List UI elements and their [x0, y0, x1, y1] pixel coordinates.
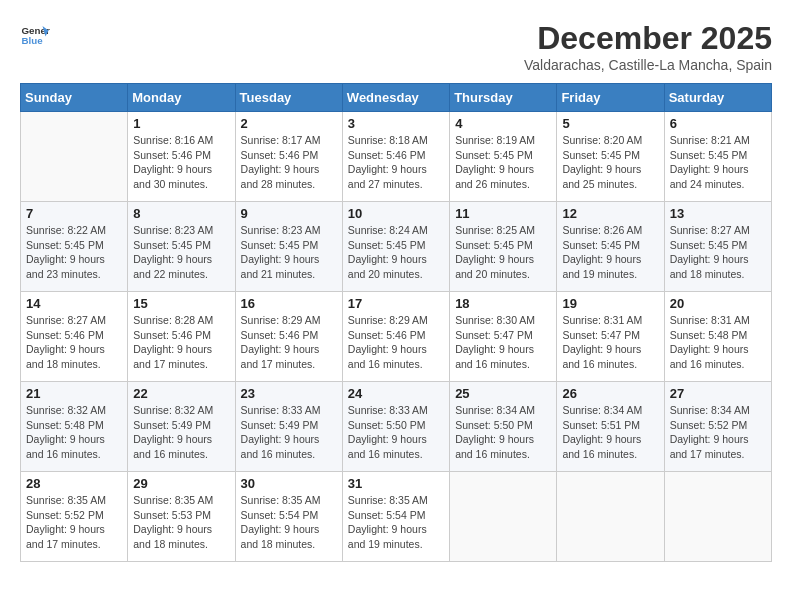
day-info: Sunrise: 8:34 AM Sunset: 5:50 PM Dayligh… — [455, 403, 551, 462]
day-number: 31 — [348, 476, 444, 491]
calendar-cell: 12Sunrise: 8:26 AM Sunset: 5:45 PM Dayli… — [557, 202, 664, 292]
calendar-cell — [450, 472, 557, 562]
calendar-cell: 29Sunrise: 8:35 AM Sunset: 5:53 PM Dayli… — [128, 472, 235, 562]
calendar-cell: 18Sunrise: 8:30 AM Sunset: 5:47 PM Dayli… — [450, 292, 557, 382]
calendar-cell: 14Sunrise: 8:27 AM Sunset: 5:46 PM Dayli… — [21, 292, 128, 382]
day-info: Sunrise: 8:23 AM Sunset: 5:45 PM Dayligh… — [241, 223, 337, 282]
day-number: 6 — [670, 116, 766, 131]
calendar-cell: 11Sunrise: 8:25 AM Sunset: 5:45 PM Dayli… — [450, 202, 557, 292]
logo: General Blue — [20, 20, 50, 50]
day-info: Sunrise: 8:18 AM Sunset: 5:46 PM Dayligh… — [348, 133, 444, 192]
calendar-week-row: 7Sunrise: 8:22 AM Sunset: 5:45 PM Daylig… — [21, 202, 772, 292]
calendar-cell: 1Sunrise: 8:16 AM Sunset: 5:46 PM Daylig… — [128, 112, 235, 202]
day-info: Sunrise: 8:32 AM Sunset: 5:49 PM Dayligh… — [133, 403, 229, 462]
header-row: SundayMondayTuesdayWednesdayThursdayFrid… — [21, 84, 772, 112]
header-day: Thursday — [450, 84, 557, 112]
day-info: Sunrise: 8:29 AM Sunset: 5:46 PM Dayligh… — [348, 313, 444, 372]
header: General Blue December 2025 Valdarachas, … — [20, 20, 772, 73]
calendar-cell: 21Sunrise: 8:32 AM Sunset: 5:48 PM Dayli… — [21, 382, 128, 472]
calendar-cell: 25Sunrise: 8:34 AM Sunset: 5:50 PM Dayli… — [450, 382, 557, 472]
day-info: Sunrise: 8:30 AM Sunset: 5:47 PM Dayligh… — [455, 313, 551, 372]
calendar-cell: 9Sunrise: 8:23 AM Sunset: 5:45 PM Daylig… — [235, 202, 342, 292]
day-info: Sunrise: 8:32 AM Sunset: 5:48 PM Dayligh… — [26, 403, 122, 462]
title-section: December 2025 Valdarachas, Castille-La M… — [524, 20, 772, 73]
day-number: 22 — [133, 386, 229, 401]
calendar-cell: 30Sunrise: 8:35 AM Sunset: 5:54 PM Dayli… — [235, 472, 342, 562]
day-number: 30 — [241, 476, 337, 491]
day-number: 12 — [562, 206, 658, 221]
subtitle: Valdarachas, Castille-La Mancha, Spain — [524, 57, 772, 73]
day-info: Sunrise: 8:21 AM Sunset: 5:45 PM Dayligh… — [670, 133, 766, 192]
day-info: Sunrise: 8:31 AM Sunset: 5:47 PM Dayligh… — [562, 313, 658, 372]
day-info: Sunrise: 8:25 AM Sunset: 5:45 PM Dayligh… — [455, 223, 551, 282]
calendar-cell: 8Sunrise: 8:23 AM Sunset: 5:45 PM Daylig… — [128, 202, 235, 292]
day-info: Sunrise: 8:35 AM Sunset: 5:52 PM Dayligh… — [26, 493, 122, 552]
day-number: 1 — [133, 116, 229, 131]
day-number: 19 — [562, 296, 658, 311]
calendar-cell — [664, 472, 771, 562]
day-number: 28 — [26, 476, 122, 491]
calendar-cell: 17Sunrise: 8:29 AM Sunset: 5:46 PM Dayli… — [342, 292, 449, 382]
calendar-cell: 4Sunrise: 8:19 AM Sunset: 5:45 PM Daylig… — [450, 112, 557, 202]
logo-icon: General Blue — [20, 20, 50, 50]
day-number: 18 — [455, 296, 551, 311]
day-info: Sunrise: 8:26 AM Sunset: 5:45 PM Dayligh… — [562, 223, 658, 282]
calendar-cell: 27Sunrise: 8:34 AM Sunset: 5:52 PM Dayli… — [664, 382, 771, 472]
calendar-cell: 19Sunrise: 8:31 AM Sunset: 5:47 PM Dayli… — [557, 292, 664, 382]
calendar-cell: 23Sunrise: 8:33 AM Sunset: 5:49 PM Dayli… — [235, 382, 342, 472]
day-number: 23 — [241, 386, 337, 401]
day-number: 24 — [348, 386, 444, 401]
calendar-cell: 7Sunrise: 8:22 AM Sunset: 5:45 PM Daylig… — [21, 202, 128, 292]
calendar-cell: 5Sunrise: 8:20 AM Sunset: 5:45 PM Daylig… — [557, 112, 664, 202]
day-info: Sunrise: 8:35 AM Sunset: 5:54 PM Dayligh… — [241, 493, 337, 552]
calendar-week-row: 14Sunrise: 8:27 AM Sunset: 5:46 PM Dayli… — [21, 292, 772, 382]
day-number: 9 — [241, 206, 337, 221]
calendar-week-row: 28Sunrise: 8:35 AM Sunset: 5:52 PM Dayli… — [21, 472, 772, 562]
day-info: Sunrise: 8:29 AM Sunset: 5:46 PM Dayligh… — [241, 313, 337, 372]
main-title: December 2025 — [524, 20, 772, 57]
calendar-cell: 16Sunrise: 8:29 AM Sunset: 5:46 PM Dayli… — [235, 292, 342, 382]
day-number: 11 — [455, 206, 551, 221]
calendar-cell: 10Sunrise: 8:24 AM Sunset: 5:45 PM Dayli… — [342, 202, 449, 292]
day-info: Sunrise: 8:34 AM Sunset: 5:52 PM Dayligh… — [670, 403, 766, 462]
day-number: 8 — [133, 206, 229, 221]
day-number: 26 — [562, 386, 658, 401]
day-info: Sunrise: 8:23 AM Sunset: 5:45 PM Dayligh… — [133, 223, 229, 282]
calendar-cell: 28Sunrise: 8:35 AM Sunset: 5:52 PM Dayli… — [21, 472, 128, 562]
day-info: Sunrise: 8:27 AM Sunset: 5:45 PM Dayligh… — [670, 223, 766, 282]
day-info: Sunrise: 8:33 AM Sunset: 5:49 PM Dayligh… — [241, 403, 337, 462]
day-info: Sunrise: 8:33 AM Sunset: 5:50 PM Dayligh… — [348, 403, 444, 462]
day-info: Sunrise: 8:27 AM Sunset: 5:46 PM Dayligh… — [26, 313, 122, 372]
day-info: Sunrise: 8:35 AM Sunset: 5:53 PM Dayligh… — [133, 493, 229, 552]
day-info: Sunrise: 8:20 AM Sunset: 5:45 PM Dayligh… — [562, 133, 658, 192]
header-day: Wednesday — [342, 84, 449, 112]
svg-text:Blue: Blue — [22, 35, 44, 46]
day-number: 17 — [348, 296, 444, 311]
header-day: Saturday — [664, 84, 771, 112]
calendar-cell: 24Sunrise: 8:33 AM Sunset: 5:50 PM Dayli… — [342, 382, 449, 472]
calendar-cell: 31Sunrise: 8:35 AM Sunset: 5:54 PM Dayli… — [342, 472, 449, 562]
calendar-table: SundayMondayTuesdayWednesdayThursdayFrid… — [20, 83, 772, 562]
calendar-cell — [557, 472, 664, 562]
day-info: Sunrise: 8:31 AM Sunset: 5:48 PM Dayligh… — [670, 313, 766, 372]
day-number: 7 — [26, 206, 122, 221]
calendar-cell: 22Sunrise: 8:32 AM Sunset: 5:49 PM Dayli… — [128, 382, 235, 472]
header-day: Monday — [128, 84, 235, 112]
day-number: 3 — [348, 116, 444, 131]
day-number: 20 — [670, 296, 766, 311]
header-day: Tuesday — [235, 84, 342, 112]
header-day: Sunday — [21, 84, 128, 112]
day-number: 14 — [26, 296, 122, 311]
day-number: 16 — [241, 296, 337, 311]
day-number: 10 — [348, 206, 444, 221]
day-number: 13 — [670, 206, 766, 221]
day-number: 5 — [562, 116, 658, 131]
header-day: Friday — [557, 84, 664, 112]
calendar-week-row: 1Sunrise: 8:16 AM Sunset: 5:46 PM Daylig… — [21, 112, 772, 202]
day-number: 27 — [670, 386, 766, 401]
day-info: Sunrise: 8:22 AM Sunset: 5:45 PM Dayligh… — [26, 223, 122, 282]
day-info: Sunrise: 8:17 AM Sunset: 5:46 PM Dayligh… — [241, 133, 337, 192]
calendar-cell: 3Sunrise: 8:18 AM Sunset: 5:46 PM Daylig… — [342, 112, 449, 202]
day-info: Sunrise: 8:28 AM Sunset: 5:46 PM Dayligh… — [133, 313, 229, 372]
calendar-cell: 13Sunrise: 8:27 AM Sunset: 5:45 PM Dayli… — [664, 202, 771, 292]
